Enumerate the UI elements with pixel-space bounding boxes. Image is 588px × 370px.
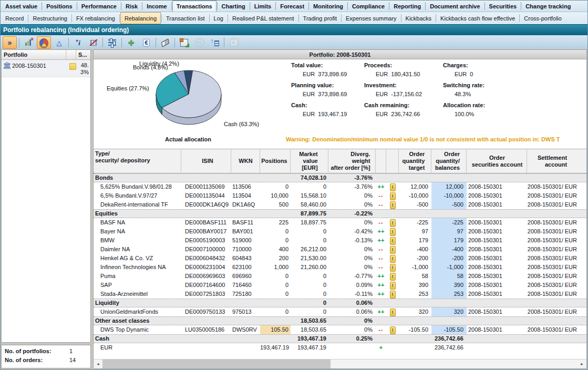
menu-tab-reporting[interactable]: Reporting [390, 1, 425, 12]
col-header-portfolio[interactable]: Portfolio [2, 50, 66, 59]
scroll-track[interactable] [102, 359, 577, 368]
menu-tab-income[interactable]: Income [143, 1, 171, 12]
security-row-sap[interactable]: SAPDE0007164600716460000.09%++!390390200… [94, 281, 586, 290]
menu-separator [275, 2, 276, 10]
summary-allocation-rate: Allocation rate:100.0% [443, 102, 485, 117]
hide-table-button[interactable] [86, 36, 100, 49]
col-header-order-quantity-target[interactable]: Order quantity target [399, 149, 431, 173]
subtab-log[interactable]: Log [210, 12, 227, 24]
subtab-trading-profit[interactable]: Trading profit [300, 12, 341, 24]
col-header-type-security-depository[interactable]: Type/ security/ depository [94, 149, 181, 173]
portfolio-count-value: 1 [69, 348, 87, 354]
security-row-uniongeldmarktfonds[interactable]: UnionGeldmarktFondsDE0009750133975013000… [94, 307, 586, 316]
subtab-kickbacks[interactable]: Kickbacks [402, 12, 436, 24]
scroll-thumb[interactable] [102, 359, 331, 368]
table-body: Bonds74,028.10-3.76%5,625% Bundanl.V.98/… [94, 173, 586, 352]
currency-button[interactable]: € [139, 36, 153, 49]
subtab-rebalancing[interactable]: Rebalancing [120, 12, 161, 24]
menu-tab-forecast[interactable]: Forecast [276, 1, 308, 12]
cell-qt: 179 [399, 236, 431, 245]
menu-tab-transactions[interactable]: Transactions [172, 1, 216, 12]
col-header-status[interactable] [66, 50, 76, 59]
add-info-button[interactable]: +i [71, 36, 85, 49]
cell-name: 5,625% Bundanl.V.98/01.28 [94, 182, 181, 191]
security-row-dekarent-international-tf[interactable]: DekaRent-international TFDE000DK1A6Q9DK1… [94, 200, 586, 209]
security-row-henkel-ag-co-vz[interactable]: Henkel AG & Co. VZDE00060484326048432002… [94, 254, 586, 263]
security-row-infineon-technologies-na[interactable]: Infineon Technologies NADE00062310046231… [94, 263, 586, 272]
order-warning-icon: ! [390, 183, 396, 191]
subtab-transaction-list[interactable]: Transaction list [162, 12, 209, 24]
scroll-left-button[interactable]: ◄ [94, 359, 102, 368]
col-header-share[interactable]: S... [76, 50, 90, 59]
order-settings-button[interactable] [105, 36, 119, 49]
col-header-market-value-eur[interactable]: Market value [EUR] [291, 149, 328, 173]
menu-tab-risk[interactable]: Risk [122, 1, 141, 12]
delete-orders-button[interactable] [158, 36, 172, 49]
positions-chart-button[interactable]: × [22, 36, 36, 49]
menu-tab-compliance[interactable]: Compliance [348, 1, 388, 12]
menu-tab-monitoring[interactable]: Monitoring [310, 1, 347, 12]
subtab-record[interactable]: Record [2, 12, 27, 24]
summary-switching-rate: Switching rate:48.3% [443, 82, 485, 97]
security-row-bmw[interactable]: BMWDE000519000351900000-0.13%++!17917920… [94, 236, 586, 245]
security-row-5-625-bundanl-v-98-01-28[interactable]: 5,625% Bundanl.V.98/01.28DE0001135069113… [94, 182, 586, 191]
group-row-liquidity[interactable]: Liquidity00.06% [94, 299, 586, 307]
subtab-kickbacks-cash-flow-effective[interactable]: Kickbacks cash flow effective [437, 12, 519, 24]
subtab-fx-rebalancing[interactable]: FX rebalancing [73, 12, 119, 24]
order-report-button[interactable] [177, 36, 191, 49]
import-orders-button[interactable] [208, 36, 222, 49]
subtab-cross-portfolio[interactable]: Cross-portfolio [520, 12, 565, 24]
toolbar-separator [174, 38, 175, 47]
scroll-right-button[interactable]: ► [577, 359, 586, 368]
portfolio-row[interactable]: 2008-150301 48.3% [2, 60, 90, 77]
portfolio-header-bar: Portfolio: 2008-150301 [94, 50, 586, 59]
warning-cell: ! [386, 281, 399, 290]
col-header-wkn[interactable]: WKN [231, 149, 260, 173]
cell-pos: 0 [260, 182, 291, 191]
col-header-diverg-weight-after-order[interactable]: Diverg. weight after order [%] [328, 149, 376, 173]
allocation-pie-button[interactable] [37, 36, 51, 49]
group-row-other-asset-classes[interactable]: Other asset classes18,503.650% [94, 316, 586, 325]
cell-qb: 236,742.66 [431, 343, 467, 352]
menu-tab-performance[interactable]: Performance [78, 1, 120, 12]
cell-qb: -200 [431, 254, 467, 263]
menu-tab-limits[interactable]: Limits [251, 1, 275, 12]
menu-tab-document-archive[interactable]: Document archive [426, 1, 483, 12]
subtab-expenses-summary[interactable]: Expenses summary [342, 12, 400, 24]
trend-indicator: + [376, 343, 386, 352]
add-order-button[interactable]: ✚ [124, 36, 138, 49]
difference-button[interactable]: △ [52, 36, 66, 49]
menu-tab-asset-value[interactable]: Asset value [2, 1, 41, 12]
security-row-dws-top-dynamic[interactable]: DWS Top DynamicLU0350005186DWS0RV105.501… [94, 325, 586, 334]
security-row-basf-na[interactable]: BASF NADE000BASF111BASF1122518,897.750%-… [94, 218, 586, 227]
security-row-bayer-na[interactable]: Bayer NADE000BAY0017BAY00100-0.42%++!979… [94, 227, 586, 236]
menu-tab-positions[interactable]: Positions [43, 1, 76, 12]
col-header-positions[interactable]: Positions [260, 149, 291, 173]
security-row-eur[interactable]: EUR193,467.19193,467.19+236,742.66 [94, 343, 586, 352]
menu-tab-securities[interactable]: Securities [486, 1, 521, 12]
pie-label-equities: Equities (27.7%) [107, 85, 149, 91]
group-row-equities[interactable]: Equities87,899.75-0.22% [94, 209, 586, 218]
subtab-realised-p-l-statement[interactable]: Realised P&L statement [229, 12, 298, 24]
col-header-isin[interactable]: ISIN [181, 149, 231, 173]
col-header-order-quantity-balances[interactable]: Order quantity/ balances [431, 149, 467, 173]
menu-tab-change-tracking[interactable]: Change tracking [522, 1, 574, 12]
trend-indicator: ++ [376, 290, 386, 299]
security-row-daimler-na[interactable]: Daimler NADE000710000071000040026,212.00… [94, 245, 586, 254]
col-header-order-securities-account[interactable]: Order securities account [467, 149, 527, 173]
h-scrollbar[interactable]: ◄ ► [94, 359, 586, 368]
col-header-icon-7[interactable] [386, 149, 399, 173]
security-row-6-5-bundanl-v-97-27[interactable]: 6,5% Bundanl.V.97/27DE000113504411350410… [94, 191, 586, 200]
warning-message: Warning: Denomination/minimum nominal va… [286, 136, 585, 142]
security-row-puma[interactable]: PumaDE000696960369696000-0.77%++!5858200… [94, 272, 586, 281]
group-row-cash[interactable]: Cash193,467.190.25%236,742.66 [94, 334, 586, 343]
subtab-restructuring[interactable]: Restructuring [29, 12, 70, 24]
cell-dw: -0.11% [328, 290, 376, 299]
menu-tab-charting[interactable]: Charting [218, 1, 249, 12]
col-header-settlement-account[interactable]: Settlement account [527, 149, 586, 173]
security-row-stada-arzneimittel[interactable]: Stada-ArzneimittelDE000725180372518000-0… [94, 290, 586, 299]
cell-sa: 2008-150301 [467, 245, 527, 254]
col-header-icon-6[interactable] [376, 149, 386, 173]
expand-sidebar-button[interactable]: » [3, 36, 17, 49]
group-row-bonds[interactable]: Bonds74,028.10-3.76% [94, 173, 586, 182]
